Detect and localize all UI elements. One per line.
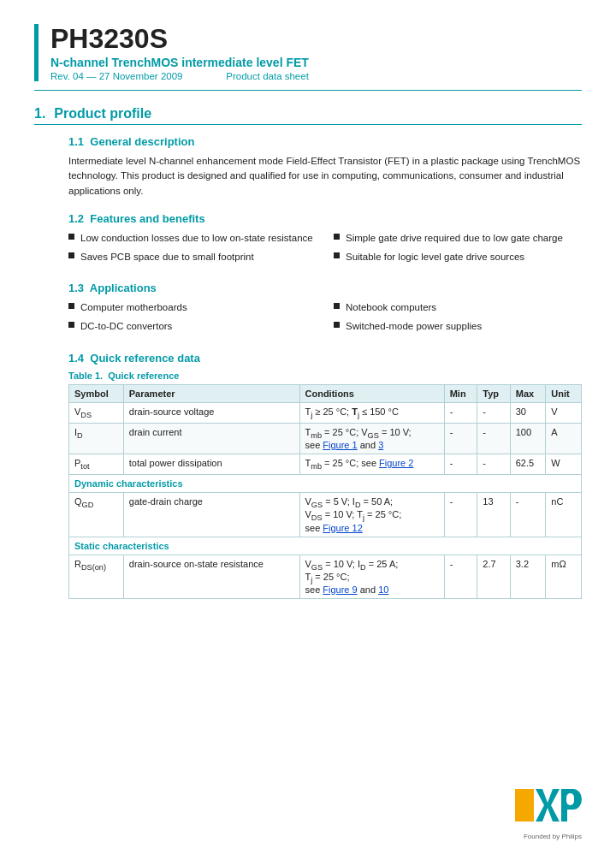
cell-max: -	[510, 493, 546, 537]
app-bullet-2	[68, 322, 74, 328]
cell-parameter: drain current	[123, 423, 299, 454]
subsection-1-4-heading: 1.4 Quick reference data	[68, 352, 582, 365]
subsection-1-1-number: 1.1	[68, 135, 84, 148]
feature-item-4: Suitable for logic level gate drive sour…	[334, 250, 582, 264]
subsection-1-1: 1.1 General description Intermediate lev…	[68, 135, 582, 199]
subsection-1-2-title: Features and benefits	[90, 212, 204, 225]
app-bullet-1	[68, 303, 74, 309]
applications-bullets: Computer motherboards DC-to-DC convertor…	[68, 300, 582, 337]
subsection-1-1-heading: 1.1 General description	[68, 135, 582, 148]
feature-text-4: Suitable for logic level gate drive sour…	[346, 250, 524, 264]
cell-symbol: ID	[69, 423, 124, 454]
subsection-1-3-number: 1.3	[68, 282, 84, 294]
cell-typ: -	[477, 454, 510, 475]
cell-min: -	[444, 555, 477, 598]
link-figure3[interactable]: 3	[378, 440, 383, 450]
main-content: 1.Product profile 1.1 General descriptio…	[0, 91, 616, 647]
general-description-text: Intermediate level N-channel enhancement…	[68, 154, 582, 199]
cell-unit: V	[546, 402, 582, 423]
logo-area: Founded by Philips	[513, 782, 582, 840]
app-item-3: Notebook computers	[334, 300, 582, 315]
product-title: PH3230S	[50, 24, 309, 54]
bullet-icon-4	[334, 252, 340, 258]
cell-min: -	[444, 454, 477, 475]
bullet-icon-2	[68, 252, 74, 258]
app-bullet-3	[334, 303, 340, 309]
cell-unit: mΩ	[546, 555, 582, 598]
features-col-left: Low conduction losses due to low on-stat…	[68, 231, 317, 268]
table-row: RDS(on) drain-source on-state resistance…	[69, 555, 582, 598]
cell-conditions: Tmb = 25 °C; VGS = 10 V;see Figure 1 and…	[299, 423, 444, 454]
app-item-1: Computer motherboards	[68, 300, 317, 315]
product-subtitle: N-channel TrenchMOS intermediate level F…	[50, 56, 309, 69]
subsection-1-4: 1.4 Quick reference data Table 1. Quick …	[68, 352, 582, 599]
link-figure10[interactable]: 10	[378, 584, 388, 595]
table-header: Symbol Parameter Conditions Min Typ Max …	[69, 384, 582, 402]
subsection-1-1-title: General description	[90, 135, 194, 148]
col-symbol: Symbol	[69, 384, 124, 402]
cell-unit: nC	[546, 493, 582, 537]
link-figure9[interactable]: Figure 9	[323, 584, 357, 595]
cell-max: 3.2	[510, 555, 546, 598]
subsection-1-2-number: 1.2	[68, 212, 84, 225]
cell-parameter: total power dissipation	[123, 454, 299, 475]
cell-symbol: QGD	[69, 493, 124, 537]
table-row: QGD gate-drain charge VGS = 5 V; ID = 50…	[69, 493, 582, 537]
cell-typ: 2.7	[477, 555, 510, 598]
app-text-4: Switched-mode power supplies	[346, 319, 482, 334]
feature-text-2: Saves PCB space due to small footprint	[80, 250, 254, 264]
col-parameter: Parameter	[123, 384, 299, 402]
cell-min: -	[444, 423, 477, 454]
app-bullet-4	[334, 322, 340, 328]
svg-marker-3	[536, 789, 560, 822]
cell-max: 30	[510, 402, 546, 423]
subsection-1-3-heading: 1.3 Applications	[68, 282, 582, 294]
feature-text-3: Simple gate drive required due to low ga…	[346, 231, 563, 246]
app-text-1: Computer motherboards	[80, 300, 187, 315]
subsection-1-4-number: 1.4	[68, 352, 84, 365]
cell-unit: W	[546, 454, 582, 475]
svg-rect-6	[566, 793, 574, 805]
bullet-icon-3	[334, 234, 340, 240]
product-rev-row: Rev. 04 — 27 November 2009 Product data …	[50, 71, 309, 81]
col-unit: Unit	[546, 384, 582, 402]
table-row: Ptot total power dissipation Tmb = 25 °C…	[69, 454, 582, 475]
cell-symbol: VDS	[69, 402, 124, 423]
subsection-1-4-title: Quick reference data	[90, 352, 200, 365]
link-figure12[interactable]: Figure 12	[323, 523, 362, 533]
table-header-row: Symbol Parameter Conditions Min Typ Max …	[69, 384, 582, 402]
col-min: Min	[444, 384, 477, 402]
cell-max: 62.5	[510, 454, 546, 475]
header-text-block: PH3230S N-channel TrenchMOS intermediate…	[50, 24, 309, 81]
cell-typ: 13	[477, 493, 510, 537]
col-max: Max	[510, 384, 546, 402]
cell-unit: A	[546, 423, 582, 454]
table-row: ID drain current Tmb = 25 °C; VGS = 10 V…	[69, 423, 582, 454]
app-text-2: DC-to-DC convertors	[80, 319, 172, 334]
cell-parameter: gate-drain charge	[123, 493, 299, 537]
app-col-right: Notebook computers Switched-mode power s…	[334, 300, 582, 337]
app-item-2: DC-to-DC convertors	[68, 319, 317, 334]
features-bullets: Low conduction losses due to low on-stat…	[68, 231, 582, 268]
cell-conditions: VGS = 5 V; ID = 50 A;VDS = 10 V; Tj = 25…	[299, 493, 444, 537]
section-label-static: Static characteristics	[69, 537, 582, 555]
cell-typ: -	[477, 402, 510, 423]
link-figure1[interactable]: Figure 1	[323, 440, 357, 450]
bullet-icon-1	[68, 234, 74, 240]
product-rev: Rev. 04 — 27 November 2009	[50, 71, 182, 81]
product-datasheet-label: Product data sheet	[226, 71, 309, 81]
app-item-4: Switched-mode power supplies	[334, 319, 582, 334]
col-conditions: Conditions	[299, 384, 444, 402]
quick-reference-table: Symbol Parameter Conditions Min Typ Max …	[68, 384, 582, 599]
feature-text-1: Low conduction losses due to low on-stat…	[80, 231, 313, 246]
cell-conditions: Tmb = 25 °C; see Figure 2	[299, 454, 444, 475]
cell-typ: -	[477, 423, 510, 454]
nxp-logo	[513, 782, 582, 832]
cell-symbol: Ptot	[69, 454, 124, 475]
link-figure2[interactable]: Figure 2	[379, 458, 413, 468]
col-typ: Typ	[477, 384, 510, 402]
feature-item-2: Saves PCB space due to small footprint	[68, 250, 317, 264]
subsection-1-3: 1.3 Applications Computer motherboards D…	[68, 282, 582, 337]
cell-min: -	[444, 402, 477, 423]
cell-parameter: drain-source on-state resistance	[123, 555, 299, 598]
